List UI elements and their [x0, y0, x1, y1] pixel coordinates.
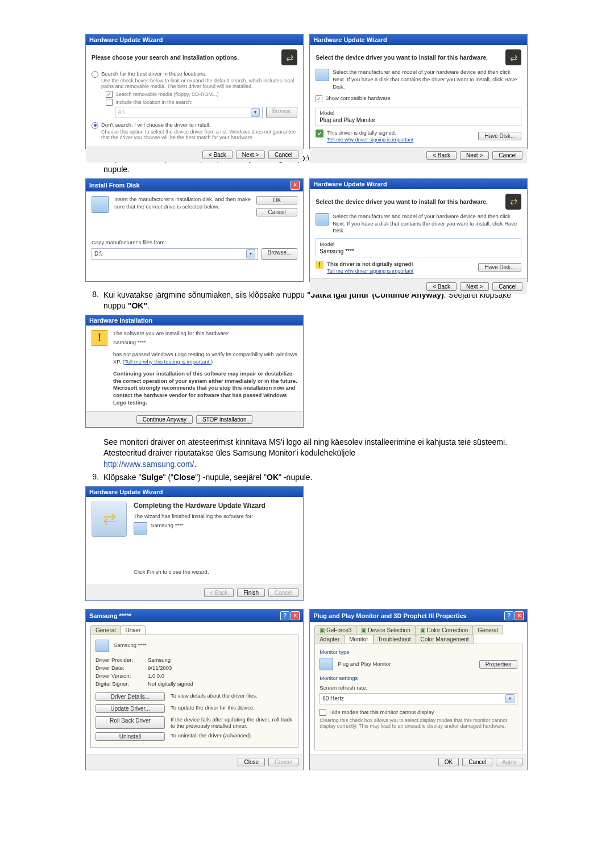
completing-line2: Click Finish to close the wizard.: [134, 569, 297, 576]
testing-important-link[interactable]: Tell me why this testing is important.: [125, 358, 211, 365]
help-icon[interactable]: ?: [280, 611, 289, 620]
tab-adapter[interactable]: Adapter: [314, 635, 345, 644]
cancel-button[interactable]: Cancel: [492, 151, 522, 160]
help-icon[interactable]: ?: [504, 611, 513, 620]
uninstall-text: To uninstall the driver (Advanced).: [165, 732, 293, 741]
tab-troubleshoot[interactable]: Troubleshoot: [373, 635, 416, 644]
refresh-rate-label: Screen refresh rate:: [320, 685, 517, 692]
title-text: Hardware Update Wizard: [313, 36, 387, 43]
hardware-installation-dialog: Hardware Installation ! The software you…: [85, 315, 304, 428]
chevron-down-icon: ▾: [251, 108, 260, 117]
wizard-select-driver-1: Hardware Update Wizard Select the device…: [309, 34, 528, 149]
wizard-hero-icon: [92, 502, 127, 537]
model-listbox[interactable]: Model Samsung ****: [316, 238, 521, 257]
signed-link[interactable]: Tell me why driver signing is important: [327, 137, 413, 143]
uninstall-button[interactable]: Uninstall: [96, 732, 165, 741]
title-text: Hardware Installation: [89, 317, 152, 324]
radio-search-best[interactable]: Search for the best driver in these loca…: [92, 70, 297, 118]
monitor-settings-heading: Monitor settings: [320, 675, 517, 682]
have-disk-button[interactable]: Have Disk...: [478, 263, 521, 272]
t: " -nupule.: [279, 473, 312, 482]
dialog-title: Hardware Update Wizard: [86, 35, 303, 45]
chk-include-location[interactable]: Include this location in the search:: [106, 99, 297, 106]
cancel-button[interactable]: Cancel: [256, 208, 297, 216]
t: .: [194, 460, 197, 469]
monitor-type-heading: Monitor type: [320, 649, 517, 656]
rollback-driver-button[interactable]: Roll Back Driver: [96, 716, 165, 729]
model-item-pnp[interactable]: Plug and Play Monitor: [320, 117, 517, 123]
monitor-properties-button[interactable]: Properties: [479, 660, 518, 669]
back-button[interactable]: < Back: [426, 151, 457, 160]
select-driver-desc: Select the manufacturer and model of you…: [333, 69, 521, 90]
chk-hide-modes[interactable]: Hide modes that this monitor cannot disp…: [320, 709, 517, 716]
signer-value: Not digitally signed: [148, 681, 293, 687]
monitor-icon: [320, 658, 333, 670]
samsung-driver-properties: Samsung ***** ? × General Driver Samsung…: [85, 609, 304, 770]
title-text: Plug and Play Monitor and 3D Prophet III…: [313, 612, 467, 619]
continue-anyway-button[interactable]: Continue Anyway: [136, 415, 193, 424]
tab-general[interactable]: General: [90, 625, 121, 635]
have-disk-button[interactable]: Have Disk...: [478, 132, 521, 140]
chk-show-compatible[interactable]: Show compatible hardware: [316, 95, 521, 102]
signed-link[interactable]: Tell me why driver signing is important: [327, 268, 413, 274]
next-button[interactable]: Next >: [460, 151, 489, 160]
close-icon[interactable]: ×: [291, 181, 300, 190]
tab-color-correction[interactable]: ▣ Color Correction: [415, 625, 474, 635]
completing-heading: Completing the Hardware Update Wizard: [134, 502, 297, 510]
next-button[interactable]: Next >: [460, 282, 489, 291]
note-url-line: http://www.samsung.com/.: [103, 460, 529, 469]
wizard-search-options: Hardware Update Wizard Please choose you…: [85, 34, 304, 149]
driver-details-button[interactable]: Driver Details...: [96, 692, 165, 701]
finish-button[interactable]: Finish: [237, 589, 265, 597]
t: "OK": [128, 301, 147, 310]
radio-search-best-desc: Use the check boxes below to limit or ex…: [101, 78, 297, 89]
title-text: Install From Disk: [89, 182, 140, 189]
copy-from-combo[interactable]: D:\ ▾: [92, 248, 258, 260]
refresh-rate-select[interactable]: 60 Hertz ▾: [320, 693, 517, 704]
close-button[interactable]: Close: [238, 758, 265, 766]
radio-dont-search[interactable]: Don't search. I will choose the driver t…: [92, 122, 297, 140]
close-icon[interactable]: ×: [291, 611, 300, 620]
tab-general[interactable]: General: [472, 625, 503, 635]
warning-icon: !: [92, 330, 107, 346]
unsigned-text: This driver is not digitally signed!: [327, 261, 413, 268]
model-listbox[interactable]: Model Plug and Play Monitor: [316, 107, 521, 126]
next-button[interactable]: Next >: [236, 151, 265, 159]
tab-driver[interactable]: Driver: [121, 625, 146, 635]
tab-monitor[interactable]: Monitor: [344, 635, 373, 644]
browse-button[interactable]: Browse...: [262, 248, 298, 260]
wizard-select-driver-2: Hardware Update Wizard Select the device…: [309, 178, 528, 282]
tab-color-management[interactable]: Color Management: [416, 635, 474, 644]
tab-geforce[interactable]: ▣ GeForce3: [314, 625, 356, 635]
t: Close: [173, 473, 195, 482]
model-item-samsung[interactable]: Samsung ****: [320, 248, 517, 254]
t: Klõpsake ": [103, 473, 141, 482]
cancel-button-disabled: Cancel: [268, 758, 298, 766]
t: ") -nupule, seejärel ": [195, 473, 267, 482]
back-button[interactable]: < Back: [202, 151, 233, 159]
wizard-completing: Hardware Update Wizard Completing the Ha…: [85, 486, 304, 601]
cancel-button[interactable]: Cancel: [268, 151, 298, 159]
cancel-button[interactable]: Cancel: [492, 282, 522, 291]
step-number: 8.: [85, 290, 103, 299]
title-text: Hardware Update Wizard: [313, 181, 387, 187]
close-icon[interactable]: ×: [515, 611, 524, 620]
update-driver-button[interactable]: Update Driver...: [96, 704, 165, 713]
cancel-button[interactable]: Cancel: [462, 758, 492, 766]
monitor-type-name: Plug and Play Monitor: [338, 661, 475, 668]
radio-dont-search-desc: Choose this option to select the device …: [101, 129, 297, 140]
dialog-title: Hardware Update Wizard: [86, 487, 303, 497]
samsung-url-link[interactable]: http://www.samsung.com/: [103, 460, 194, 469]
chk-removable-media[interactable]: Search removable media (floppy, CD-ROM..…: [106, 91, 297, 98]
dialog-title: Hardware Update Wizard: [310, 179, 527, 189]
back-button[interactable]: < Back: [426, 282, 457, 291]
path-combo[interactable]: A:\ ▾: [115, 107, 263, 118]
ok-button[interactable]: OK: [256, 196, 297, 205]
tab-device-selection[interactable]: ▣ Device Selection: [356, 625, 415, 635]
ok-button[interactable]: OK: [438, 758, 459, 766]
dialog-title: Hardware Installation: [86, 315, 303, 326]
disk-icon: [92, 196, 109, 213]
wizard-instruction: Select the device driver you want to ins…: [316, 198, 501, 205]
chevron-down-icon: ▾: [505, 694, 515, 703]
stop-installation-button[interactable]: STOP Installation: [196, 415, 252, 424]
